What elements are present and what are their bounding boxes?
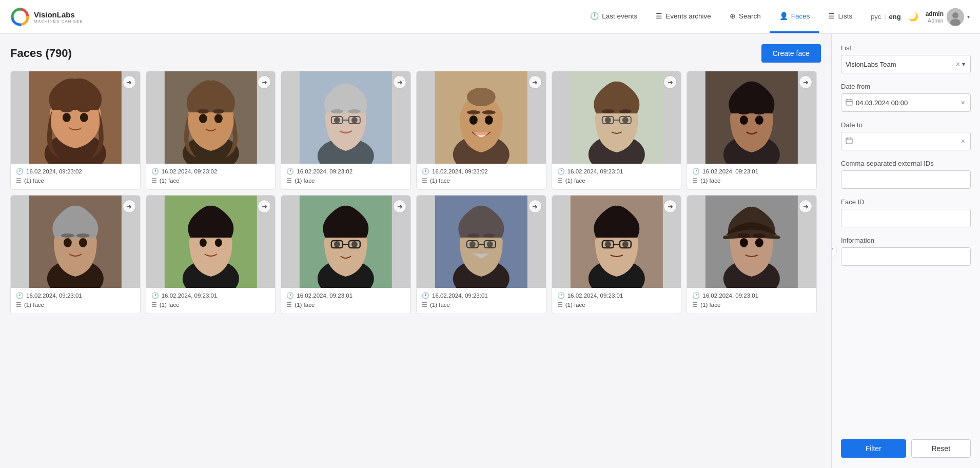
list-icon: ☰	[151, 177, 157, 184]
list-filter-clear-button[interactable]: ×	[955, 60, 961, 68]
date-to-clear-button[interactable]: ×	[960, 137, 966, 145]
clock-icon: 🕐	[422, 168, 429, 175]
face-link-button[interactable]: ➜	[528, 75, 542, 89]
lang-eng[interactable]: eng	[889, 13, 901, 21]
nav-faces[interactable]: 👤 Faces	[770, 1, 819, 33]
face-id-label: Face ID	[841, 198, 971, 206]
face-card[interactable]: ➜ 🕐 16.02.2024, 09:23:01 ☰ (1) face	[10, 195, 141, 314]
face-link-button[interactable]: ➜	[123, 75, 136, 89]
clock-icon: 🕐	[151, 292, 159, 299]
face-date-value: 16.02.2024, 09:23:01	[567, 292, 623, 299]
app-name: VisionLabs	[34, 10, 83, 19]
face-card[interactable]: ➜ 🕐 16.02.2024, 09:23:01 ☰ (1) face	[687, 195, 817, 314]
face-card[interactable]: ➜ 🕐 16.02.2024, 09:23:01 ☰ (1) face	[552, 195, 682, 314]
content-area: Faces (790) Create face ➜	[0, 34, 831, 468]
clock-icon: 🕐	[151, 168, 159, 175]
external-ids-input[interactable]	[841, 170, 971, 189]
list-icon: ☰	[151, 301, 157, 308]
user-area[interactable]: admin Admin ▾	[926, 8, 970, 26]
face-date: 🕐 16.02.2024, 09:23:02	[286, 168, 405, 175]
logo-icon	[10, 7, 30, 27]
face-list-info: ☰ (1) face	[557, 177, 676, 184]
svg-point-32	[482, 110, 496, 114]
face-card[interactable]: ➜ 🕐 16.02.2024, 09:23:01 ☰ (1) face	[416, 195, 546, 314]
person-icon: 👤	[779, 12, 788, 20]
user-role: Admin	[926, 17, 944, 24]
svg-point-44	[740, 115, 748, 125]
face-list-info: ☰ (1) face	[692, 177, 811, 184]
face-link-button[interactable]: ➜	[528, 200, 542, 213]
svg-point-75	[487, 241, 493, 247]
face-date: 🕐 16.02.2024, 09:23:01	[692, 168, 811, 175]
face-link-button[interactable]: ➜	[123, 200, 136, 213]
svg-point-47	[753, 110, 766, 114]
date-to-label: Date to	[841, 121, 971, 129]
lang-rus[interactable]: рус	[871, 13, 881, 21]
face-date: 🕐 16.02.2024, 09:23:02	[422, 168, 541, 175]
face-card[interactable]: ➜ 🕐 16.02.2024, 09:23:02 ☰ (1) face	[10, 71, 141, 190]
face-list-value: (1) face	[430, 178, 450, 184]
face-image-container: ➜	[11, 196, 140, 288]
nav-search-label: Search	[739, 12, 761, 20]
nav-events-archive-label: Events archive	[665, 12, 711, 20]
theme-toggle-button[interactable]: 🌙	[908, 12, 918, 22]
list-icon: ☰	[692, 177, 698, 184]
face-date: 🕐 16.02.2024, 09:23:02	[16, 168, 135, 175]
date-from-input-container[interactable]: 04.03.2024 00:00 ×	[841, 93, 971, 112]
reset-button[interactable]: Reset	[911, 439, 971, 458]
face-list-info: ☰ (1) face	[286, 177, 405, 184]
nav-lists[interactable]: ☰ Lists	[819, 1, 861, 33]
information-input[interactable]	[841, 247, 971, 266]
filter-button[interactable]: Filter	[841, 439, 906, 458]
svg-point-30	[485, 115, 493, 125]
svg-point-7	[80, 113, 88, 122]
svg-point-24	[331, 109, 343, 113]
face-link-button[interactable]: ➜	[393, 75, 406, 89]
face-date-value: 16.02.2024, 09:23:01	[26, 292, 82, 299]
svg-point-38	[604, 117, 611, 123]
face-card[interactable]: ➜ 🕐 16.02.2024, 09:23:01 ☰ (1) face	[687, 71, 817, 190]
date-to-input-container[interactable]: ×	[841, 132, 971, 150]
lists-icon: ☰	[828, 12, 835, 20]
face-card[interactable]: ➜ 🕐 16.02.2024, 09:23:02 ☰ (1) face	[416, 71, 546, 190]
date-from-clear-button[interactable]: ×	[960, 99, 966, 107]
face-link-button[interactable]: ➜	[393, 200, 406, 213]
svg-point-15	[212, 109, 224, 114]
svg-rect-94	[846, 138, 852, 144]
language-toggle[interactable]: рус | eng	[871, 13, 900, 21]
list-filter-dropdown-button[interactable]: ▾	[961, 61, 966, 68]
face-date-value: 16.02.2024, 09:23:01	[297, 292, 352, 299]
nav-last-events[interactable]: 🕐 Last events	[581, 1, 646, 33]
face-card[interactable]: ➜ 🕐 16.02.2024, 09:23:01 ☰ (1) face	[146, 195, 276, 314]
face-link-button[interactable]: ➜	[799, 200, 812, 213]
calendar-from-icon	[846, 99, 853, 107]
filter-toggle-icon[interactable]	[831, 244, 837, 258]
svg-point-6	[63, 113, 71, 122]
face-list-info: ☰ (1) face	[151, 301, 270, 308]
face-date-value: 16.02.2024, 09:23:02	[162, 168, 218, 174]
logo-area[interactable]: VisionLabs MACHINES CAN SEE	[10, 7, 83, 27]
face-date: 🕐 16.02.2024, 09:23:02	[151, 168, 270, 175]
nav-search[interactable]: ⊕ Search	[720, 1, 770, 33]
face-date: 🕐 16.02.2024, 09:23:01	[557, 292, 676, 299]
svg-point-85	[602, 234, 615, 238]
face-card[interactable]: ➜ 🕐 16.02.2024, 09:23:01 ☰ (1) face	[552, 71, 682, 190]
face-info: 🕐 16.02.2024, 09:23:02 ☰ (1) face	[417, 164, 546, 189]
list-icon: ☰	[422, 301, 427, 308]
list-icon: ☰	[656, 12, 662, 20]
face-date-value: 16.02.2024, 09:23:01	[702, 168, 758, 174]
svg-point-89	[740, 238, 748, 247]
nav-events-archive[interactable]: ☰ Events archive	[646, 1, 720, 33]
list-icon: ☰	[286, 177, 292, 184]
face-card[interactable]: ➜ 🕐 16.02.2024, 09:23:01 ☰ (1) face	[281, 195, 411, 314]
face-card[interactable]: ➜ 🕐 16.02.2024, 09:23:02 ☰ (1) face	[281, 71, 411, 190]
page-title: Faces (790)	[10, 47, 72, 60]
header-right: рус | eng 🌙 admin Admin ▾	[871, 8, 970, 26]
list-filter-select[interactable]: VisionLabs Team × ▾	[841, 55, 971, 73]
face-id-input[interactable]	[841, 209, 971, 227]
face-card[interactable]: ➜ 🕐 16.02.2024, 09:23:02 ☰ (1) face	[146, 71, 276, 190]
face-date: 🕐 16.02.2024, 09:23:01	[557, 168, 676, 175]
create-face-button[interactable]: Create face	[761, 44, 821, 63]
face-link-button[interactable]: ➜	[799, 75, 812, 89]
face-list-info: ☰ (1) face	[151, 177, 270, 184]
